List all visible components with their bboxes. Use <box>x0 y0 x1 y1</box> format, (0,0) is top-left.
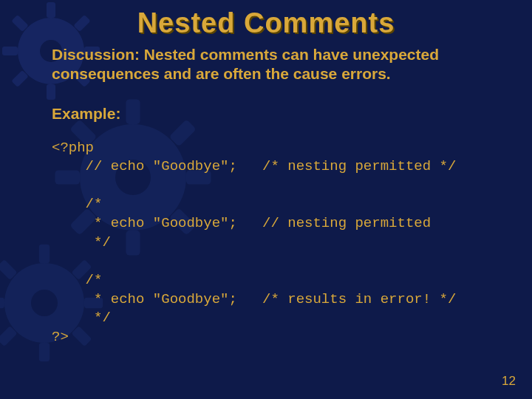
slide-title: Nested Comments <box>0 0 532 39</box>
page-number: 12 <box>502 374 516 389</box>
slide-content: Discussion: Nested comments can have une… <box>0 39 532 347</box>
code-block: <?php // echo "Goodbye"; /* nesting perm… <box>52 139 480 347</box>
example-label: Example: <box>52 105 480 123</box>
discussion-text: Discussion: Nested comments can have une… <box>52 45 480 84</box>
